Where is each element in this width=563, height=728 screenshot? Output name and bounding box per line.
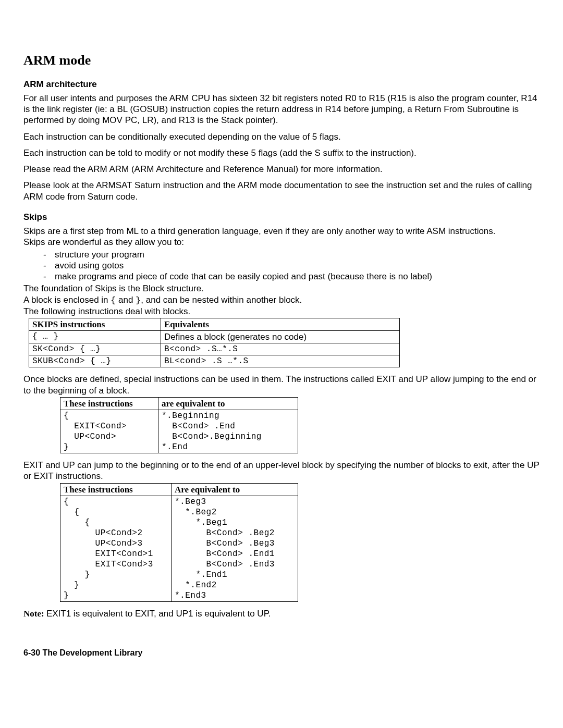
text: *.S (232, 356, 248, 366)
text: B<cond> .S… (164, 344, 222, 354)
skips-paragraph-2: Skips are wonderful as they allow you to… (23, 237, 540, 248)
table-cell: B<cond> .S…*.S (161, 343, 400, 355)
text: , and can be nested within another block… (141, 295, 302, 305)
skips-paragraph-4: The following instructions deal with blo… (23, 306, 540, 317)
section-title-skips: Skips (23, 212, 540, 223)
skips-paragraph-1: Skips are a first step from ML to a thir… (23, 226, 540, 237)
page-title: ARM mode (23, 52, 540, 69)
table-row: These instructions are equivalent to (60, 397, 298, 410)
table-cell: { { { UP<Cond>2 UP<Cond>3 EXIT<Cond>1 EX… (60, 496, 172, 601)
table-cell: SK<Cond> { …} (29, 343, 161, 355)
table-cell: BL<cond> .S …*.S (161, 355, 400, 367)
arch-paragraph-4: Please read the ARM ARM (ARM Architectur… (23, 164, 540, 175)
mid-paragraph-2: EXIT and UP can jump to the beginning or… (23, 460, 540, 482)
list-item: avoid using gotos (55, 260, 540, 271)
table-row: { EXIT<Cond> UP<Cond> } *.Beginning B<Co… (60, 410, 298, 453)
brace-open-icon: { (111, 296, 116, 305)
table-row: SKUB<Cond> { …} BL<cond> .S …*.S (29, 355, 400, 367)
note-text: EXIT1 is equivalent to EXIT, and UP1 is … (46, 609, 271, 619)
text: A block is enclosed in (23, 295, 111, 305)
table-header: SKIPS instructions (29, 318, 161, 330)
arch-paragraph-2: Each instruction can be conditionally ex… (23, 131, 540, 142)
table-row: SKIPS instructions Equivalents (29, 318, 400, 330)
table-header: These instructions (60, 483, 172, 496)
brace-close-icon: } (136, 296, 141, 305)
skips-bullet-list: structure your program avoid using gotos… (23, 249, 540, 282)
text: *.S (222, 344, 238, 354)
table-header: Equivalents (161, 318, 400, 330)
skips-paragraph-3b: A block is enclosed in { and }, and can … (23, 294, 540, 306)
mid-paragraph-1: Once blocks are defined, special instruc… (23, 374, 540, 396)
table-cell: *.Beg3 *.Beg2 *.Beg1 B<Cond> .Beg2 B<Con… (172, 496, 298, 601)
note-label: Note: (23, 609, 46, 619)
list-item: make programs and piece of code that can… (55, 271, 540, 282)
table-header: are equivalent to (158, 397, 298, 410)
text: and (116, 295, 136, 305)
table-row: { … } Defines a block (generates no code… (29, 331, 400, 343)
arch-paragraph-1: For all user intents and purposes the AR… (23, 93, 540, 126)
table-cell: { … } (29, 331, 161, 343)
skips-instructions-table: SKIPS instructions Equivalents { … } Def… (29, 318, 400, 368)
section-title-architecture: ARM architecture (23, 79, 540, 90)
table-cell: { EXIT<Cond> UP<Cond> } (60, 410, 158, 453)
arch-paragraph-3: Each instruction can be told to modify o… (23, 147, 540, 158)
skips-paragraph-3a: The foundation of Skips is the Block str… (23, 283, 540, 294)
table-row: { { { UP<Cond>2 UP<Cond>3 EXIT<Cond>1 EX… (60, 496, 298, 601)
arch-paragraph-5: Please look at the ARMSAT Saturn instruc… (23, 180, 540, 202)
nested-blocks-table: These instructions Are equivalent to { {… (60, 483, 298, 602)
table-header: These instructions (60, 397, 158, 410)
note-paragraph: Note: EXIT1 is equivalent to EXIT, and U… (23, 608, 540, 619)
page-footer: 6-30 The Development Library (23, 648, 540, 658)
table-row: These instructions Are equivalent to (60, 483, 298, 496)
table-cell: Defines a block (generates no code) (161, 331, 400, 343)
list-item: structure your program (55, 249, 540, 260)
exit-up-table: These instructions are equivalent to { E… (60, 397, 298, 453)
table-row: SK<Cond> { …} B<cond> .S…*.S (29, 343, 400, 355)
table-header: Are equivalent to (172, 483, 298, 496)
table-cell: SKUB<Cond> { …} (29, 355, 161, 367)
text: BL<cond> .S … (164, 356, 232, 366)
table-cell: *.Beginning B<Cond> .End B<Cond>.Beginni… (158, 410, 298, 453)
